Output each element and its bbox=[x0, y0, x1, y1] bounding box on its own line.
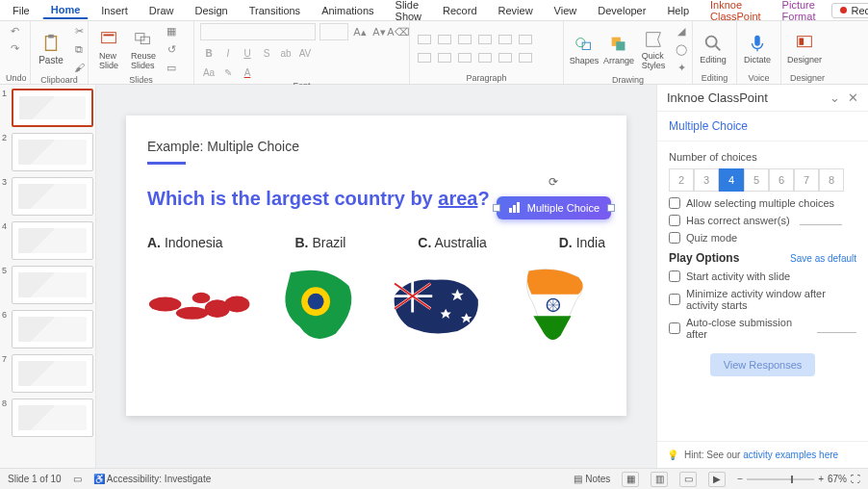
choice-8[interactable]: 8 bbox=[819, 168, 844, 192]
redo-icon[interactable]: ↷ bbox=[8, 40, 23, 56]
accessibility-status[interactable]: ♿ Accessibility: Investigate bbox=[93, 474, 212, 484]
section-icon[interactable]: ▭ bbox=[164, 60, 179, 75]
normal-view-icon[interactable]: ▦ bbox=[622, 472, 639, 487]
thumbnail-2[interactable]: 2 bbox=[2, 133, 93, 171]
tab-file[interactable]: File bbox=[4, 2, 38, 19]
lang-icon[interactable]: ▭ bbox=[73, 474, 82, 484]
highlight-icon[interactable]: ✎ bbox=[224, 67, 232, 78]
slideshow-view-icon[interactable]: ▶ bbox=[708, 472, 726, 487]
tab-developer[interactable]: Developer bbox=[589, 2, 654, 19]
minimize-window-checkbox[interactable]: Minimize activity window after activity … bbox=[669, 288, 856, 311]
allow-multiple-checkbox[interactable]: Allow selecting multiple choices bbox=[669, 197, 856, 209]
align-left-icon[interactable] bbox=[418, 53, 431, 63]
tab-record[interactable]: Record bbox=[434, 2, 485, 19]
smartart-icon[interactable] bbox=[519, 53, 532, 63]
new-slide-button[interactable]: New Slide bbox=[94, 29, 123, 70]
tab-view[interactable]: View bbox=[546, 2, 586, 19]
paste-button[interactable]: Paste bbox=[37, 33, 65, 65]
tab-help[interactable]: Help bbox=[658, 2, 698, 19]
shape-outline-icon[interactable]: ◯ bbox=[674, 41, 689, 57]
tab-design[interactable]: Design bbox=[186, 2, 236, 19]
shapes-button[interactable]: Shapes bbox=[570, 34, 599, 65]
zoom-percent[interactable]: 67% bbox=[828, 474, 847, 484]
change-case-icon[interactable]: Aa bbox=[203, 67, 215, 78]
layout-icon[interactable]: ▦ bbox=[164, 23, 179, 39]
choice-4[interactable]: 4 bbox=[719, 168, 744, 192]
tab-draw[interactable]: Draw bbox=[140, 2, 183, 19]
underline-icon[interactable]: U bbox=[243, 48, 250, 59]
view-responses-button[interactable]: View Responses bbox=[710, 353, 816, 376]
numbering-icon[interactable] bbox=[438, 35, 451, 44]
tab-transitions[interactable]: Transitions bbox=[241, 2, 309, 19]
editing-button[interactable]: Editing bbox=[699, 33, 728, 64]
multiple-choice-widget[interactable]: ⟳ Multiple Choice bbox=[497, 196, 611, 219]
save-default-link[interactable]: Save as default bbox=[790, 253, 856, 264]
hint-link[interactable]: activity examples here bbox=[743, 450, 838, 460]
thumbnail-4[interactable]: 4 bbox=[2, 221, 93, 260]
justify-icon[interactable] bbox=[478, 53, 492, 63]
cut-icon[interactable]: ✂ bbox=[71, 23, 87, 39]
reading-view-icon[interactable]: ▭ bbox=[679, 472, 697, 487]
dictate-button[interactable]: Dictate bbox=[743, 33, 772, 64]
quick-styles-button[interactable]: Quick Styles bbox=[639, 29, 668, 70]
thumbnail-5[interactable]: 5 bbox=[2, 266, 93, 304]
zoom-slider[interactable] bbox=[747, 478, 814, 480]
italic-icon[interactable]: I bbox=[227, 48, 230, 59]
thumbnail-3[interactable]: 3 bbox=[2, 177, 93, 216]
reuse-slides-button[interactable]: Reuse Slides bbox=[129, 29, 158, 70]
panel-close-icon[interactable]: ✕ bbox=[848, 90, 858, 105]
has-correct-checkbox[interactable]: Has correct answer(s) bbox=[669, 215, 856, 226]
designer-button[interactable]: Designer bbox=[787, 33, 822, 64]
choice-5[interactable]: 5 bbox=[744, 168, 769, 192]
thumbnail-1[interactable]: 1 bbox=[2, 89, 93, 127]
rotate-handle-icon[interactable]: ⟳ bbox=[549, 175, 558, 189]
indent-inc-icon[interactable] bbox=[478, 35, 492, 44]
quiz-mode-checkbox[interactable]: Quiz mode bbox=[669, 232, 856, 244]
panel-chevron-icon[interactable]: ⌄ bbox=[830, 90, 840, 105]
zoom-out-icon[interactable]: − bbox=[737, 474, 743, 484]
shape-effects-icon[interactable]: ✦ bbox=[674, 60, 689, 75]
slide-canvas[interactable]: Example: Multiple Choice Which is the la… bbox=[96, 85, 656, 468]
tab-insert[interactable]: Insert bbox=[92, 2, 137, 19]
strike-icon[interactable]: S bbox=[264, 48, 270, 59]
thumbnail-6[interactable]: 6 bbox=[2, 310, 93, 348]
align-center-icon[interactable] bbox=[438, 53, 451, 63]
start-with-slide-checkbox[interactable]: Start activity with slide bbox=[669, 270, 856, 282]
bold-icon[interactable]: B bbox=[205, 48, 212, 59]
text-direction-icon[interactable] bbox=[519, 35, 532, 44]
tab-review[interactable]: Review bbox=[490, 2, 542, 19]
arrange-button[interactable]: Arrange bbox=[604, 34, 633, 65]
thumbnail-8[interactable]: 8 bbox=[2, 399, 93, 437]
thumbnail-7[interactable]: 7 bbox=[2, 354, 93, 393]
choice-2[interactable]: 2 bbox=[669, 168, 694, 192]
tab-home[interactable]: Home bbox=[42, 1, 89, 19]
choice-6[interactable]: 6 bbox=[769, 168, 794, 192]
increase-font-icon[interactable]: A▴ bbox=[352, 24, 368, 39]
char-spacing-icon[interactable]: AV bbox=[299, 48, 312, 59]
bullets-icon[interactable] bbox=[418, 35, 431, 44]
choice-3[interactable]: 3 bbox=[694, 168, 719, 192]
auto-close-checkbox[interactable]: Auto-close submission after bbox=[669, 317, 856, 340]
decrease-font-icon[interactable]: A▾ bbox=[371, 24, 387, 39]
sorter-view-icon[interactable]: ▥ bbox=[651, 472, 668, 487]
tab-animations[interactable]: Animations bbox=[313, 2, 382, 19]
indent-dec-icon[interactable] bbox=[458, 35, 472, 44]
choice-7[interactable]: 7 bbox=[794, 168, 819, 192]
font-color-icon[interactable]: A bbox=[244, 67, 251, 78]
reset-icon[interactable]: ↺ bbox=[164, 41, 179, 57]
format-painter-icon[interactable]: 🖌 bbox=[71, 60, 87, 75]
align-right-icon[interactable] bbox=[458, 53, 472, 63]
clear-format-icon[interactable]: A⌫ bbox=[391, 24, 406, 39]
shadow-icon[interactable]: ab bbox=[280, 48, 291, 59]
zoom-control[interactable]: − + 67% ⛶ bbox=[737, 474, 860, 484]
copy-icon[interactable]: ⧉ bbox=[71, 41, 87, 57]
slide-thumbnails[interactable]: 1 2 3 4 5 6 7 8 bbox=[0, 85, 96, 468]
shape-fill-icon[interactable]: ◢ bbox=[674, 23, 689, 39]
undo-icon[interactable]: ↶ bbox=[8, 23, 23, 39]
notes-button[interactable]: ▤ Notes bbox=[574, 474, 610, 484]
record-button[interactable]: Record bbox=[831, 3, 868, 18]
zoom-in-icon[interactable]: + bbox=[818, 474, 824, 484]
line-spacing-icon[interactable] bbox=[498, 35, 512, 44]
fit-window-icon[interactable]: ⛶ bbox=[851, 474, 860, 484]
columns-icon[interactable] bbox=[498, 53, 512, 63]
